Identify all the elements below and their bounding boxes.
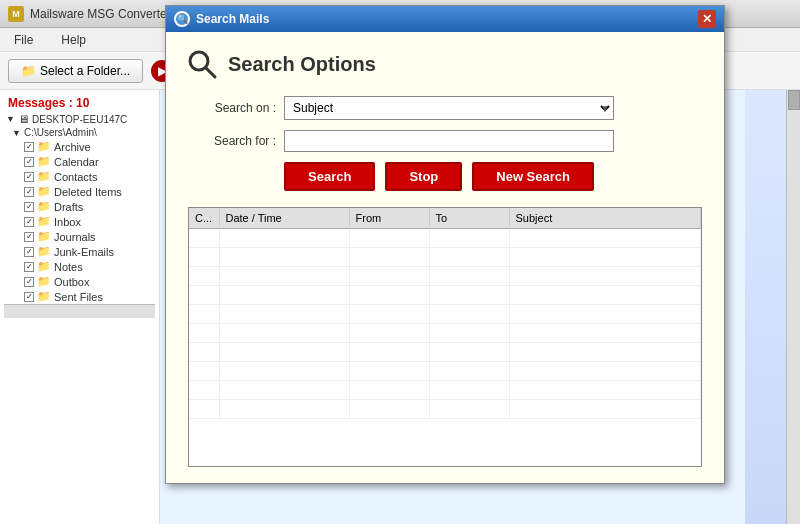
dialog-title-icon: 🔍: [174, 11, 190, 27]
dialog-titlebar: 🔍 Search Mails ✕: [166, 6, 724, 32]
svg-line-1: [206, 68, 215, 77]
sidebar-item-calendar[interactable]: ✓ 📁 Calendar: [4, 154, 155, 169]
deleted-checkbox[interactable]: ✓: [24, 187, 34, 197]
drafts-label: Drafts: [54, 201, 83, 213]
folder-icon-drafts: 📁: [37, 200, 51, 213]
select-folder-button[interactable]: 📁 Select a Folder...: [8, 59, 143, 83]
sidebar-item-deleted[interactable]: ✓ 📁 Deleted Items: [4, 184, 155, 199]
sidebar-item-inbox[interactable]: ✓ 📁 Inbox: [4, 214, 155, 229]
tree-expand2-icon: ▼: [12, 128, 21, 138]
journals-label: Journals: [54, 231, 96, 243]
notes-checkbox[interactable]: ✓: [24, 262, 34, 272]
search-on-select[interactable]: Subject From To Body: [284, 96, 614, 120]
sidebar-item-junk[interactable]: ✓ 📁 Junk-Emails: [4, 244, 155, 259]
folder-icon: 📁: [21, 64, 36, 78]
col-datetime: Date / Time: [219, 208, 349, 229]
search-dialog: 🔍 Search Mails ✕ Search Options Search o…: [165, 5, 725, 484]
buttons-row: Search Stop New Search: [186, 162, 704, 191]
col-to: To: [429, 208, 509, 229]
results-table-wrapper: C... Date / Time From To Subject: [188, 207, 702, 467]
sidebar-item-sent[interactable]: ✓ 📁 Sent Files: [4, 289, 155, 304]
folder-icon-calendar: 📁: [37, 155, 51, 168]
dialog-overlay: 🔍 Search Mails ✕ Search Options Search o…: [160, 0, 735, 500]
tree-root-computer[interactable]: ▼ 🖥 DESKTOP-EEU147C: [4, 112, 155, 126]
table-row: [189, 400, 701, 419]
results-header-row: C... Date / Time From To Subject: [189, 208, 701, 229]
search-on-row: Search on : Subject From To Body ▼: [186, 96, 704, 120]
search-on-label: Search on :: [186, 101, 276, 115]
col-c: C...: [189, 208, 219, 229]
sent-checkbox[interactable]: ✓: [24, 292, 34, 302]
search-for-label: Search for :: [186, 134, 276, 148]
select-folder-label: Select a Folder...: [40, 64, 130, 78]
sent-label: Sent Files: [54, 291, 103, 303]
scrollbar-thumb: [788, 90, 800, 110]
dialog-close-button[interactable]: ✕: [698, 10, 716, 28]
table-row: [189, 362, 701, 381]
table-row: [189, 324, 701, 343]
folder-icon-contacts: 📁: [37, 170, 51, 183]
drafts-checkbox[interactable]: ✓: [24, 202, 34, 212]
menu-help[interactable]: Help: [55, 31, 92, 49]
results-table-header: C... Date / Time From To Subject: [189, 208, 701, 229]
dialog-heading: Search Options: [228, 53, 376, 76]
journals-checkbox[interactable]: ✓: [24, 232, 34, 242]
junk-checkbox[interactable]: ✓: [24, 247, 34, 257]
search-for-row: Search for :: [186, 130, 704, 152]
app-icon: M: [8, 6, 24, 22]
folder-icon-deleted: 📁: [37, 185, 51, 198]
bg-app-title: Mailsware MSG Converter: [30, 7, 171, 21]
search-for-input[interactable]: [284, 130, 614, 152]
tree-expand-icon: ▼: [6, 114, 15, 124]
dialog-body: Search Options Search on : Subject From …: [166, 32, 724, 483]
junk-label: Junk-Emails: [54, 246, 114, 258]
sidebar-item-contacts[interactable]: ✓ 📁 Contacts: [4, 169, 155, 184]
results-table: C... Date / Time From To Subject: [189, 208, 701, 419]
folder-icon-junk: 📁: [37, 245, 51, 258]
table-row: [189, 305, 701, 324]
outbox-checkbox[interactable]: ✓: [24, 277, 34, 287]
sidebar-item-outbox[interactable]: ✓ 📁 Outbox: [4, 274, 155, 289]
contacts-checkbox[interactable]: ✓: [24, 172, 34, 182]
search-big-icon: [186, 48, 218, 80]
messages-count: Messages : 10: [4, 94, 155, 112]
folder-icon-archive: 📁: [37, 140, 51, 153]
computer-icon: 🖥: [18, 113, 29, 125]
contacts-label: Contacts: [54, 171, 97, 183]
folder-icon-inbox: 📁: [37, 215, 51, 228]
folder-icon-outbox: 📁: [37, 275, 51, 288]
calendar-checkbox[interactable]: ✓: [24, 157, 34, 167]
folder-icon-notes: 📁: [37, 260, 51, 273]
table-row: [189, 286, 701, 305]
notes-label: Notes: [54, 261, 83, 273]
sidebar-item-drafts[interactable]: ✓ 📁 Drafts: [4, 199, 155, 214]
right-scrollbar[interactable]: [786, 90, 800, 524]
deleted-label: Deleted Items: [54, 186, 122, 198]
col-subject: Subject: [509, 208, 701, 229]
table-row: [189, 248, 701, 267]
col-from: From: [349, 208, 429, 229]
archive-checkbox[interactable]: ✓: [24, 142, 34, 152]
menu-file[interactable]: File: [8, 31, 39, 49]
table-row: [189, 229, 701, 248]
sidebar-scrollbar[interactable]: [4, 304, 155, 318]
sidebar-item-notes[interactable]: ✓ 📁 Notes: [4, 259, 155, 274]
folder-icon-journals: 📁: [37, 230, 51, 243]
sidebar-item-archive[interactable]: ✓ 📁 Archive: [4, 139, 155, 154]
bg-sidebar: Messages : 10 ▼ 🖥 DESKTOP-EEU147C ▼ C:\U…: [0, 90, 160, 524]
dialog-header: Search Options: [186, 48, 704, 80]
path-label: C:\Users\Admin\: [24, 127, 97, 138]
outbox-label: Outbox: [54, 276, 89, 288]
table-row: [189, 267, 701, 286]
inbox-label: Inbox: [54, 216, 81, 228]
search-on-select-wrapper: Subject From To Body ▼: [284, 96, 614, 120]
table-row: [189, 343, 701, 362]
sidebar-item-journals[interactable]: ✓ 📁 Journals: [4, 229, 155, 244]
stop-button[interactable]: Stop: [385, 162, 462, 191]
new-search-button[interactable]: New Search: [472, 162, 594, 191]
results-table-body: [189, 229, 701, 419]
folder-icon-sent: 📁: [37, 290, 51, 303]
search-button[interactable]: Search: [284, 162, 375, 191]
tree-path[interactable]: ▼ C:\Users\Admin\: [4, 126, 155, 139]
inbox-checkbox[interactable]: ✓: [24, 217, 34, 227]
